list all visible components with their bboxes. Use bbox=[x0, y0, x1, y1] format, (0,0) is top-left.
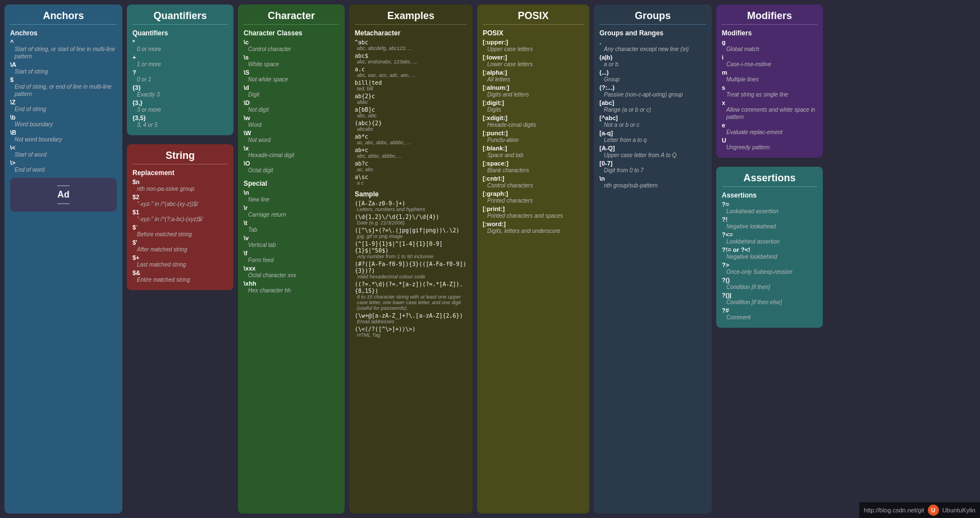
quant-item-star: * 0 or more bbox=[132, 39, 228, 53]
examples-section1: Metacharacter bbox=[355, 29, 467, 37]
examples-card: Examples Metacharacter ^abcabc, abcdefg,… bbox=[349, 4, 473, 514]
assertions-card: Assertions Assertions ?=Lookahead assert… bbox=[716, 167, 823, 328]
modifiers-card: Modifiers Modifiers gGlobal match iCase-… bbox=[716, 4, 823, 158]
anchor-item-Z: \Z End of string bbox=[10, 99, 117, 113]
groups-card: Groups Groups and Ranges .Any character … bbox=[594, 4, 712, 514]
anchors-section1: Anchros bbox=[10, 29, 117, 37]
footer: http://blog.csdn.net/git U UbuntuKylin bbox=[859, 502, 980, 518]
character-card: Character Character Classes \cControl ch… bbox=[238, 4, 345, 514]
anchor-label-B: \B bbox=[10, 129, 16, 136]
anchor-label-b: \b bbox=[10, 114, 16, 121]
examples-title: Examples bbox=[355, 10, 467, 25]
anchor-desc-A: Start of string bbox=[15, 68, 117, 75]
posix-card: POSIX POSIX [:upper:]Upper case letters … bbox=[477, 4, 589, 514]
char-section1: Character Classes bbox=[244, 29, 339, 37]
str-item-apos: $' After matched string bbox=[132, 239, 228, 253]
anchor-item-lt: \< Start of word bbox=[10, 144, 117, 158]
anchors-title: Anchors bbox=[10, 10, 117, 25]
quant-item-3c: {3,} 3 or more bbox=[132, 99, 228, 113]
anchor-label-gt: \> bbox=[10, 159, 15, 166]
string-section: Replacement bbox=[132, 169, 228, 177]
anchor-desc-B: Not word boundary bbox=[15, 136, 117, 143]
ad-label: Ad bbox=[57, 190, 69, 199]
anchor-label-caret: ^ bbox=[10, 39, 13, 45]
anchor-desc-gt: End of word bbox=[15, 166, 117, 173]
modifiers-section: Modifiers bbox=[722, 29, 817, 37]
anchor-label-Z: \Z bbox=[10, 99, 16, 106]
anchor-item-b: \b Word boundary bbox=[10, 114, 117, 128]
anchor-desc-Z: End of string bbox=[15, 106, 117, 113]
anchor-label-dollar: $ bbox=[10, 76, 13, 83]
quant-item-35: {3,5} 3, 4 or 5 bbox=[132, 114, 228, 129]
examples-section2: Sample bbox=[355, 190, 467, 198]
posix-title: POSIX bbox=[483, 10, 584, 25]
quant-item-3: {3} Exactly 3 bbox=[132, 84, 228, 98]
anchor-label-A: \A bbox=[10, 61, 16, 68]
str-item-1: $1 "-xyz-" in /^(?:a-bc)-(xyz)$/ bbox=[132, 209, 228, 223]
assertions-title: Assertions bbox=[722, 172, 817, 187]
quantifiers-card: Quantifiers Quantifiers * 0 or more + 1 … bbox=[127, 4, 233, 135]
string-title: String bbox=[132, 150, 228, 164]
string-card: String Replacement $n nth non-pa-ssive g… bbox=[127, 144, 233, 290]
str-item-n: $n nth non-pa-ssive group bbox=[132, 178, 228, 192]
ad-box: Ad bbox=[10, 178, 117, 212]
str-item-amp: $& Entire matched string bbox=[132, 269, 228, 283]
anchor-item-dollar: $ End of string, or end of line in multi… bbox=[10, 76, 117, 98]
anchor-item-gt: \> End of word bbox=[10, 159, 117, 173]
quant-item-q: ? 0 or 1 bbox=[132, 69, 228, 83]
anchor-desc-b: Word boundary bbox=[15, 121, 117, 128]
char-section2: Special bbox=[244, 180, 339, 187]
posix-section1: POSIX bbox=[483, 29, 584, 37]
anchor-item-B: \B Not word boundary bbox=[10, 129, 117, 143]
footer-url: http://blog.csdn.net/git bbox=[864, 507, 924, 514]
groups-title: Groups bbox=[599, 10, 706, 25]
anchor-label-lt: \< bbox=[10, 144, 15, 151]
anchor-item-caret: ^ Start of string, or start of line in m… bbox=[10, 39, 117, 60]
modifiers-title: Modifiers bbox=[722, 10, 817, 25]
groups-section1: Groups and Ranges bbox=[599, 29, 706, 37]
anchor-item-A: \A Start of string bbox=[10, 61, 117, 75]
anchor-desc-dollar: End of string, or end of line in multi-l… bbox=[15, 83, 117, 98]
quantifiers-section: Quantifiers bbox=[132, 29, 228, 37]
assertions-section: Assertions bbox=[722, 191, 817, 199]
ubuntu-label: UbuntuKylin bbox=[942, 507, 976, 514]
anchor-desc-caret: Start of string, or start of line in mul… bbox=[15, 45, 117, 60]
character-title: Character bbox=[244, 10, 339, 25]
str-item-2: $2 "-xyz-" in /^(abc-(xy-z))$/ bbox=[132, 194, 228, 208]
quantifiers-title: Quantifiers bbox=[132, 10, 228, 25]
str-item-backtick: $` Before matched string bbox=[132, 224, 228, 238]
quant-item-plus: + 1 or more bbox=[132, 54, 228, 68]
ubuntu-icon: U bbox=[928, 505, 939, 516]
str-item-plus: $+ Last matched string bbox=[132, 254, 228, 268]
anchor-desc-lt: Start of word bbox=[15, 151, 117, 158]
anchors-card: Anchors Anchros ^ Start of string, or st… bbox=[4, 4, 122, 514]
